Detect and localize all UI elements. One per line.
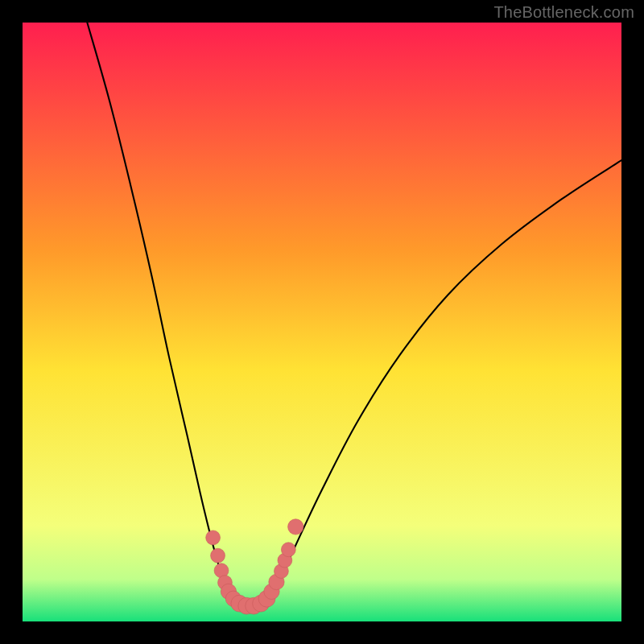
data-marker [206, 530, 221, 545]
curve-left [87, 23, 233, 606]
plot-area [23, 23, 621, 621]
chart-svg [23, 23, 621, 621]
chart-frame: TheBottleneck.com [0, 0, 644, 644]
watermark-text: TheBottleneck.com [493, 3, 634, 22]
data-marker [211, 548, 225, 563]
curve-right [265, 160, 621, 606]
data-marker [288, 519, 303, 535]
data-marker [281, 543, 295, 557]
